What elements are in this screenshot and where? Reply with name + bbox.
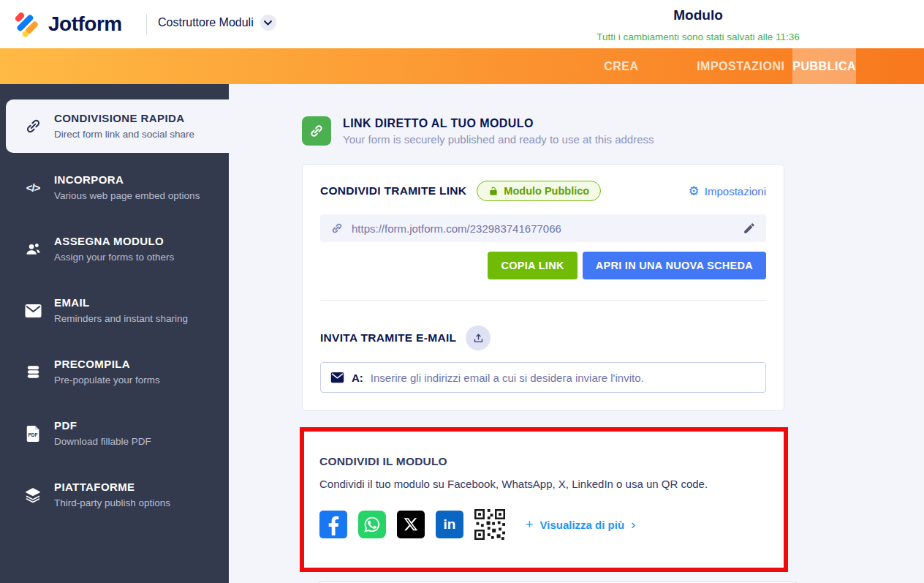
share-social-card-highlighted: CONDIVIDI IL MODULO Condividi il tuo mod…	[300, 427, 788, 572]
share-link-card: CONDIVIDI TRAMITE LINK Modulo Pubblico ⚙…	[302, 164, 784, 411]
sidebar-item[interactable]: PRECOMPILA Pre-populate your forms	[0, 345, 229, 399]
logo-wordmark: Jotform	[48, 12, 122, 36]
sidebar-item-title: EMAIL	[54, 296, 188, 310]
tab-label: IMPOSTAZIONI	[697, 60, 784, 73]
builder-tab[interactable]: IMPOSTAZIONI	[689, 48, 792, 84]
sidebar-item[interactable]: </> INCORPORA Various web page embed opt…	[0, 161, 229, 214]
chevron-down-icon[interactable]	[260, 15, 276, 31]
users-icon	[22, 241, 44, 257]
form-url-text[interactable]: https://form.jotform.com/232983741677066	[352, 222, 561, 235]
gear-icon: ⚙	[689, 185, 700, 198]
sidebar-item-subtitle: Assign your forms to others	[54, 250, 174, 264]
embed-code-icon: </>	[22, 181, 44, 194]
sidebar-item-subtitle: Third-party publish options	[54, 496, 170, 510]
builder-navbar: CREA IMPOSTAZIONI PUBBLICA	[0, 48, 924, 84]
see-more-label: Visualizza di più	[540, 519, 625, 531]
layers-icon	[22, 486, 44, 504]
pdf-icon: PDF	[22, 424, 44, 443]
direct-link-header: LINK DIRETTO AL TUO MODULO Your form is …	[302, 116, 784, 146]
badge-label: Modulo Pubblico	[504, 185, 589, 197]
builder-tabs: CREA IMPOSTAZIONI PUBBLICA	[553, 48, 856, 84]
page-title: Modulo	[673, 7, 723, 23]
share-link-title: CONDIVIDI TRAMITE LINK	[320, 184, 466, 198]
builder-tab[interactable]: CREA	[553, 48, 689, 84]
open-new-tab-button[interactable]: APRI IN UNA NUOVA SCHEDA	[583, 252, 766, 279]
publish-main-panel: LINK DIRETTO AL TUO MODULO Your form is …	[229, 84, 924, 583]
sidebar-item[interactable]: PIATTAFORME Third-party publish options	[0, 468, 229, 522]
settings-label: Impostazioni	[705, 185, 766, 198]
whatsapp-icon[interactable]	[358, 511, 386, 538]
sidebar-item-title: PDF	[54, 418, 151, 433]
share-form-description: Condividi il tuo modulo su Facebook, Wha…	[319, 478, 769, 490]
header-divider	[146, 14, 147, 34]
autosave-status: Tutti i cambiamenti sono stati salvati a…	[597, 31, 800, 42]
builder-tab[interactable]: PUBBLICA	[792, 48, 856, 84]
link-icon	[330, 222, 344, 235]
sidebar-item-subtitle: Direct form link and social share	[54, 127, 194, 141]
upload-icon	[472, 332, 485, 345]
product-switcher-label: Costruttore Moduli	[158, 16, 254, 29]
linkedin-icon[interactable]: in	[436, 511, 463, 538]
link-badge-icon	[302, 116, 331, 146]
chevron-right-icon: ›	[631, 516, 635, 533]
direct-link-subtitle: Your form is securely published and read…	[343, 133, 654, 146]
plus-icon: +	[526, 517, 534, 533]
email-to-label: A:	[352, 372, 363, 384]
sidebar-item-title: INCORPORA	[54, 173, 200, 187]
sidebar-item[interactable]: CONDIVISIONE RAPIDA Direct form link and…	[6, 99, 229, 153]
sidebar-item-title: PRECOMPILA	[54, 357, 160, 372]
product-switcher[interactable]: Costruttore Moduli	[158, 15, 276, 31]
sidebar-item-title: PIATTAFORME	[54, 480, 170, 494]
invite-email-title: INVITA TRAMITE E-MAIL	[320, 331, 456, 345]
card-divider	[320, 300, 766, 301]
link-settings-button[interactable]: ⚙ Impostazioni	[689, 185, 766, 198]
jotform-logo[interactable]: Jotform	[12, 10, 122, 39]
sidebar-item[interactable]: ASSEGNA MODULO Assign your forms to othe…	[0, 222, 229, 276]
publish-sidebar: CONDIVISIONE RAPIDA Direct form link and…	[0, 84, 229, 583]
direct-link-title: LINK DIRETTO AL TUO MODULO	[343, 117, 654, 130]
public-form-badge[interactable]: Modulo Pubblico	[477, 181, 601, 201]
facebook-icon[interactable]	[319, 511, 347, 538]
tab-label: PUBBLICA	[792, 60, 856, 73]
sidebar-item-subtitle: Various web page embed options	[54, 189, 200, 203]
sidebar-item-subtitle: Pre-populate your forms	[54, 373, 160, 387]
see-more-link[interactable]: + Visualizza di più ›	[526, 516, 635, 533]
edit-pencil-icon[interactable]	[743, 222, 756, 235]
envelope-icon	[22, 304, 44, 318]
copy-link-button[interactable]: COPIA LINK	[488, 252, 577, 279]
sidebar-item-title: ASSEGNA MODULO	[54, 234, 174, 249]
share-form-title: CONDIVIDI IL MODULO	[319, 455, 769, 468]
qr-code-icon[interactable]	[474, 509, 505, 540]
stack-icon	[22, 364, 44, 380]
invite-email-input[interactable]	[371, 372, 756, 384]
envelope-icon	[330, 372, 344, 383]
form-url-field[interactable]: https://form.jotform.com/232983741677066	[320, 214, 766, 242]
sidebar-item-subtitle: Download fillable PDF	[54, 435, 151, 448]
x-twitter-icon[interactable]	[397, 511, 425, 538]
sidebar-item[interactable]: PDF PDF Download fillable PDF	[0, 407, 229, 460]
invite-email-field[interactable]: A:	[320, 362, 766, 393]
upload-contacts-button[interactable]	[466, 326, 491, 350]
link-icon	[22, 117, 44, 135]
svg-text:PDF: PDF	[28, 432, 37, 437]
tab-label: CREA	[604, 60, 638, 73]
top-header: Jotform Costruttore Moduli Modulo Tutti …	[0, 0, 924, 48]
sidebar-item[interactable]: EMAIL Reminders and instant sharing	[0, 284, 229, 337]
sidebar-item-subtitle: Reminders and instant sharing	[54, 312, 188, 326]
sidebar-item-title: CONDIVISIONE RAPIDA	[54, 111, 194, 126]
jotform-logo-icon	[12, 10, 41, 39]
lock-open-icon	[488, 186, 499, 197]
